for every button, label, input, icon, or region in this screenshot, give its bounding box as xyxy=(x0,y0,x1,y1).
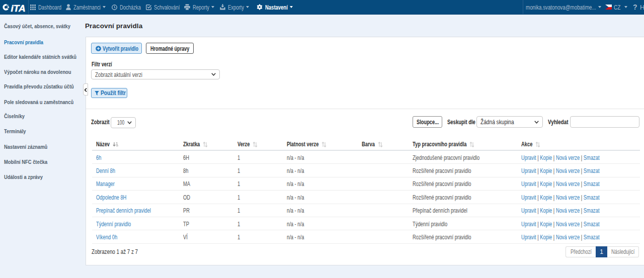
svg-text:iTA: iTA xyxy=(11,3,26,14)
